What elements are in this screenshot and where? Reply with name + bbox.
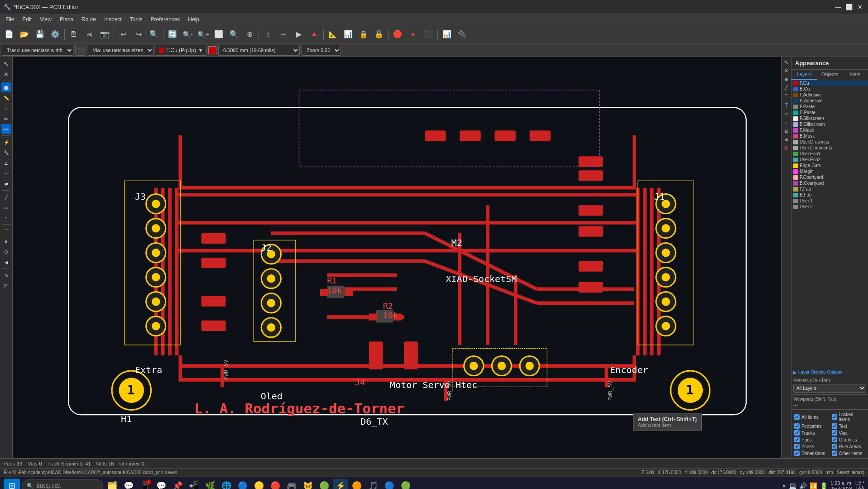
layer-row-f-cu[interactable]: F.Cu [791, 80, 868, 86]
start-button[interactable]: ⊞ [4, 479, 20, 489]
highlight-net-tool[interactable]: ⚡ [1, 137, 11, 147]
measure-tool[interactable]: 📏 [1, 93, 11, 103]
layer-row-b-adhesive[interactable]: B.Adhesive [791, 98, 868, 104]
flip-v-button[interactable]: ↕ [261, 27, 275, 42]
settings-button[interactable]: ⚙️ [48, 27, 62, 42]
taskbar-yellow[interactable]: 🟡 [252, 479, 266, 489]
select-rt-btn[interactable]: ↖ [782, 58, 791, 66]
layer-row-user-drawings[interactable]: User.Drawings [791, 139, 868, 145]
circle-rt-btn[interactable]: ○ [782, 118, 791, 126]
layer-row-edge-cuts[interactable]: Edge.Cuts [791, 163, 868, 168]
layer-row-margin[interactable]: Margin [791, 168, 868, 174]
draw-circle-tool[interactable]: ○ [1, 213, 11, 223]
tray-sound[interactable]: 🔊 [799, 482, 807, 489]
tray-wifi[interactable]: 📶 [810, 482, 817, 489]
clock[interactable]: 1:23 a. m. 25/3/2024 [830, 480, 853, 489]
checkbox-other-items[interactable] [832, 451, 837, 456]
footprint-button[interactable]: 🔌 [455, 27, 470, 42]
taskbar-orange[interactable]: 🟠 [350, 479, 364, 489]
teardrops-tool[interactable]: ◀ [1, 257, 11, 267]
zoom-fit-button[interactable]: ⬜ [211, 27, 226, 42]
zoom-out-button[interactable]: 🔍- [181, 27, 195, 42]
checkbox-locked-items[interactable] [832, 414, 837, 420]
maximize-button[interactable]: ⬜ [844, 2, 854, 11]
find-button[interactable]: 🔍 [147, 27, 161, 42]
taskbar-kicad[interactable]: ⚡ [333, 479, 348, 489]
curve-rt-btn[interactable]: ⌒ [782, 92, 791, 101]
undo-button[interactable]: ↩ [116, 27, 130, 42]
refresh-button[interactable]: 🔄 [165, 27, 180, 42]
run-button[interactable]: ▶ [292, 27, 306, 42]
menu-place[interactable]: Place [56, 15, 77, 24]
layer-row-b-silkscreen[interactable]: B.Silkscreen [791, 121, 868, 127]
net-inspector-button[interactable]: 📊 [341, 27, 355, 42]
via-tool[interactable]: ⬡ [1, 247, 11, 257]
redo-button[interactable]: ↪ [131, 27, 146, 42]
zoom-select[interactable]: Zoom 5.00 [302, 45, 341, 56]
netlist-button[interactable]: 📊 [440, 27, 454, 42]
mm-unit-btn[interactable]: mm [1, 124, 11, 134]
taskbar-green2[interactable]: 🟢 [317, 479, 331, 489]
taskbar-phone[interactable]: 📲 [187, 479, 201, 489]
checkbox-text[interactable] [832, 423, 837, 429]
layer-row-b-courtyard[interactable]: B.Courtyard [791, 180, 868, 186]
new-button[interactable]: 📄 [2, 27, 16, 42]
minimize-button[interactable]: — [834, 2, 843, 11]
layer-row-user-2[interactable]: User.2 [791, 204, 868, 210]
close-rt-btn[interactable]: ✕ [782, 67, 791, 75]
taskbar-arduino[interactable]: 🔵 [382, 479, 397, 489]
diff-pair-tool[interactable]: ⇌ [1, 179, 11, 189]
tab-layers[interactable]: Layers [791, 70, 817, 80]
taskbar-game[interactable]: 🎮 [284, 479, 299, 489]
layer-row-user-comments[interactable]: User.Comments [791, 145, 868, 151]
taskbar-meet[interactable]: 💬 [154, 479, 168, 489]
menu-tools[interactable]: Tools [126, 15, 146, 24]
layer-color-preview[interactable] [208, 46, 216, 54]
xhair-rt-btn[interactable]: ⊕ [782, 135, 791, 144]
zoom-selection-button[interactable]: 🔍 [227, 27, 241, 42]
text-rt-btn[interactable]: T [782, 101, 791, 109]
layer-row-f-silkscreen[interactable]: F.Silkscreen [791, 115, 868, 121]
layer-row-user-eco1[interactable]: User.Eco1 [791, 151, 868, 157]
in-unit-btn[interactable]: in [1, 103, 11, 113]
checkbox-dimensions[interactable] [794, 451, 800, 456]
checkbox-all-items[interactable] [794, 414, 800, 420]
layer-row-f-courtyard[interactable]: F.Courtyard [791, 174, 868, 180]
taskbar-cat[interactable]: 🐱 [301, 479, 315, 489]
plot-button[interactable]: 📷 [97, 27, 112, 42]
taskbar-pin1[interactable]: 📌 [170, 479, 185, 489]
layer-row-f-fab[interactable]: F.Fab [791, 186, 868, 192]
drc-button[interactable]: 🔺 [307, 27, 321, 42]
track-width-select[interactable]: Track: use netclass width [2, 45, 73, 56]
draw-rect-tool[interactable]: ▭ [1, 202, 11, 212]
zoom-in-button[interactable]: 🔍+ [196, 27, 211, 42]
unlock-button[interactable]: 🔓 [372, 27, 386, 42]
checkbox-zones[interactable] [794, 444, 800, 449]
menu-view[interactable]: View [36, 15, 55, 24]
search-box[interactable]: 🔍 Búsqueda [22, 479, 103, 489]
track-mode-button[interactable]: ⬛ [75, 45, 86, 56]
layer-selector[interactable]: F.Cu (PgUp) ▼ [156, 45, 206, 56]
taskbar-blue1[interactable]: 🔵 [235, 479, 250, 489]
place-text-tool[interactable]: T [1, 226, 11, 236]
close-button[interactable]: ✕ [855, 2, 864, 11]
mil-unit-btn[interactable]: mil [1, 114, 11, 124]
menu-preferences[interactable]: Preferences [147, 15, 184, 24]
layer-row-b-cu[interactable]: B.Cu [791, 86, 868, 92]
menu-edit[interactable]: Edit [19, 15, 35, 24]
clearance-button[interactable]: ⬛ [421, 27, 436, 42]
route-track-tool[interactable]: ⬤ [1, 82, 11, 92]
checkbox-pads[interactable] [794, 437, 800, 442]
menu-file[interactable]: File [2, 15, 18, 24]
canvas-area[interactable]: 1 1 J3 J2 J1 M2 XIAO-SocketSM Extra Oled… [13, 57, 781, 458]
layer-row-user-eco2[interactable]: User.Eco2 [791, 157, 868, 163]
angle-tool[interactable]: ∠ [1, 158, 11, 168]
layer-row-b-mask[interactable]: B.Mask [791, 133, 868, 139]
print-button[interactable]: 🖨 [82, 27, 96, 42]
drc-run-btn[interactable]: 🏴 [1, 281, 11, 291]
checkbox-rule-areas[interactable] [832, 444, 837, 449]
length-tool[interactable]: 〰 [1, 168, 11, 178]
checkbox-tracks[interactable] [794, 430, 800, 436]
pcb-setup-button[interactable]: 📐 [326, 27, 340, 42]
inspect-tool[interactable]: 🔧 [1, 148, 11, 158]
